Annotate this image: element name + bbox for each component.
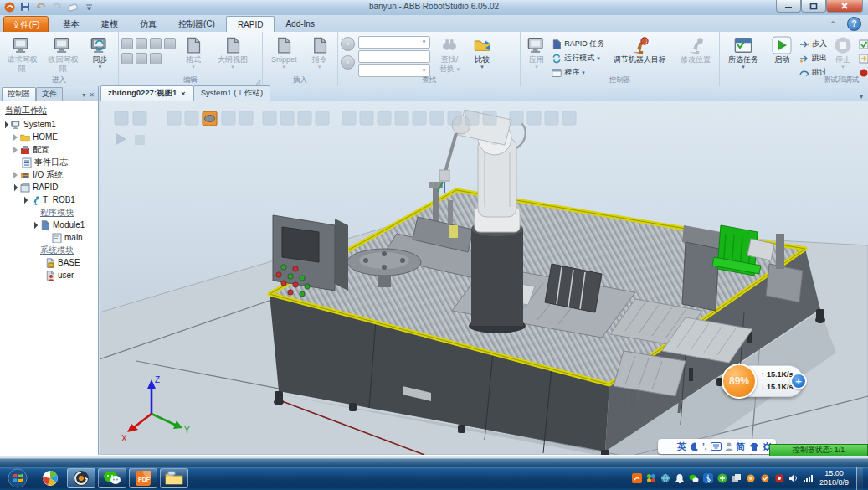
- tray-app2-icon[interactable]: [760, 473, 770, 483]
- tab-modeling[interactable]: 建模: [90, 16, 129, 32]
- ime-punctuation-icon[interactable]: ’,: [702, 442, 707, 451]
- modify-position-button[interactable]: 修改位置: [675, 34, 716, 65]
- tab-rapid[interactable]: RAPID: [226, 16, 275, 32]
- step-in-button[interactable]: 步入: [799, 38, 827, 50]
- tree-item-system-modules[interactable]: 系统模块: [0, 244, 98, 256]
- tree-item-event-log[interactable]: 事件日志: [0, 156, 98, 168]
- viewport-stop-icon[interactable]: [135, 135, 145, 145]
- ime-simplified-mode[interactable]: 简: [737, 441, 746, 453]
- navigate-forward-button[interactable]: ›: [341, 55, 355, 70]
- tray-app3-icon[interactable]: [774, 473, 784, 483]
- expander-icon[interactable]: [22, 197, 28, 204]
- tree-item-main[interactable]: main: [0, 231, 98, 244]
- format-button[interactable]: 格式▾: [177, 34, 209, 70]
- ime-user-icon[interactable]: [725, 442, 733, 451]
- tray-notification-bell-icon[interactable]: [675, 473, 685, 483]
- netspeed-widget[interactable]: 89% ↑ 15.1K/s ↓ 15.1K/s +: [722, 365, 804, 397]
- navigate-back-button[interactable]: ‹: [341, 37, 355, 51]
- tree-item-io-system[interactable]: I/O 系统: [0, 168, 98, 181]
- tree-item-configuration[interactable]: 配置: [0, 143, 98, 156]
- tab-list-dropdown-icon[interactable]: ▾: [860, 93, 868, 101]
- tree-item-module1[interactable]: Module1: [0, 219, 98, 231]
- taskbar-clock[interactable]: 15:00 2018/8/9: [819, 469, 849, 487]
- ime-fullmoon-icon[interactable]: [690, 442, 699, 451]
- collapse-ribbon-button[interactable]: ⌃: [825, 18, 840, 30]
- tree-item-program-modules[interactable]: 程序模块: [0, 206, 98, 219]
- taskbar-wechat-icon[interactable]: [98, 468, 126, 488]
- indent-decrease-icon[interactable]: [121, 38, 133, 49]
- sogou-ime-icon[interactable]: S: [662, 441, 674, 452]
- tree-item-rapid[interactable]: RAPID: [0, 181, 98, 193]
- tab-controller[interactable]: 控制器(C): [167, 16, 226, 32]
- format-indent-icon[interactable]: [150, 38, 162, 49]
- taskbar-360-browser-icon[interactable]: [36, 468, 64, 488]
- tray-app1-icon[interactable]: [746, 473, 756, 483]
- tab-home[interactable]: 基本: [52, 16, 90, 32]
- taskbar-foxit-pdf-icon[interactable]: PDF: [129, 468, 157, 488]
- expander-icon[interactable]: [32, 222, 39, 229]
- tree-item-system1[interactable]: System1: [0, 118, 98, 131]
- tray-volume-icon[interactable]: [788, 473, 799, 483]
- run-mode-button[interactable]: 运行模式▾: [552, 52, 604, 64]
- request-write-access-button[interactable]: 请求写权限: [3, 34, 42, 75]
- netspeed-percent-ball[interactable]: 89%: [722, 364, 757, 399]
- tab-view1[interactable]: zhitong0227:视图1 ×: [100, 85, 193, 101]
- find-replace-button[interactable]: 查找/ 替换 ▾: [434, 34, 465, 75]
- tree-item-t-rob1[interactable]: T_ROB1: [0, 193, 98, 206]
- current-station-header[interactable]: 当前工作站: [0, 103, 98, 118]
- tray-sogou-icon[interactable]: [632, 473, 642, 483]
- maximize-button[interactable]: [801, 0, 826, 13]
- start-button-orb[interactable]: [2, 468, 33, 488]
- outline-view-button[interactable]: 大纲视图▾: [211, 34, 254, 70]
- pane-tab-files[interactable]: 文件: [36, 87, 63, 101]
- expander-icon[interactable]: [12, 134, 18, 141]
- tray-antivirus-shield-icon[interactable]: [717, 473, 727, 483]
- check-program-button[interactable]: 检查程序: [859, 38, 868, 50]
- tray-network-globe-icon[interactable]: [660, 473, 670, 483]
- pane-dock-icon[interactable]: ▾: [82, 91, 85, 99]
- tray-bluetooth-icon[interactable]: [703, 473, 713, 483]
- pane-tab-controller[interactable]: 控制器: [2, 87, 36, 101]
- synchronize-button[interactable]: 同步▾: [85, 34, 116, 70]
- apply-button[interactable]: 应用▾: [523, 34, 550, 70]
- ime-keyboard-icon[interactable]: [711, 442, 722, 451]
- cut-icon[interactable]: [121, 53, 133, 64]
- edit-dialog-launcher[interactable]: ◿: [256, 79, 260, 85]
- adjust-robtargets-button[interactable]: 调节机器人目标: [606, 34, 673, 65]
- format-outdent-icon[interactable]: [164, 38, 176, 49]
- close-button[interactable]: [826, 0, 863, 13]
- tab-simulation[interactable]: 仿真: [129, 16, 167, 32]
- netspeed-plus-button[interactable]: +: [790, 373, 807, 389]
- tree-item-user[interactable]: user: [0, 269, 98, 281]
- tab-close-icon[interactable]: ×: [181, 90, 185, 98]
- graphics-viewport[interactable]: Z Y X: [100, 101, 868, 455]
- instruction-button[interactable]: 指令▾: [304, 34, 335, 70]
- search-scope-combobox[interactable]: ▾: [358, 36, 430, 49]
- taskbar-explorer-icon[interactable]: [160, 468, 188, 488]
- start-button[interactable]: 启动: [766, 34, 798, 65]
- selected-tasks-button[interactable]: 所选任务▾: [722, 34, 764, 70]
- compare-button[interactable]: 比较▾: [467, 34, 497, 70]
- tree-item-home[interactable]: HOME: [0, 131, 98, 143]
- minimize-button[interactable]: [776, 0, 801, 13]
- pane-close-icon[interactable]: ✕: [89, 91, 95, 99]
- ime-english-mode[interactable]: 英: [677, 441, 686, 453]
- tab-station[interactable]: System1 (工作站): [193, 85, 270, 101]
- stop-button[interactable]: 停止▾: [829, 34, 857, 70]
- program-pointer-button[interactable]: 程序指针▾: [859, 52, 868, 64]
- search-text-input[interactable]: [358, 50, 430, 63]
- rapid-tasks-button[interactable]: RAPID 任务: [552, 38, 604, 50]
- tab-file[interactable]: 文件(F): [3, 16, 49, 34]
- taskbar-recorder-icon[interactable]: [67, 468, 95, 488]
- expander-icon[interactable]: [12, 147, 18, 153]
- copy-icon[interactable]: [136, 53, 147, 64]
- ime-skin-icon[interactable]: [749, 442, 759, 451]
- tray-network-signal-icon[interactable]: [803, 473, 813, 483]
- expander-icon[interactable]: [12, 184, 18, 191]
- help-button[interactable]: ?: [847, 17, 861, 31]
- tray-messenger-icon[interactable]: [689, 473, 699, 483]
- collect-write-access-button[interactable]: 收回写权限: [44, 34, 83, 75]
- tab-addins[interactable]: Add-Ins: [275, 16, 325, 32]
- expander-icon[interactable]: [12, 172, 18, 178]
- paste-icon[interactable]: [150, 53, 162, 64]
